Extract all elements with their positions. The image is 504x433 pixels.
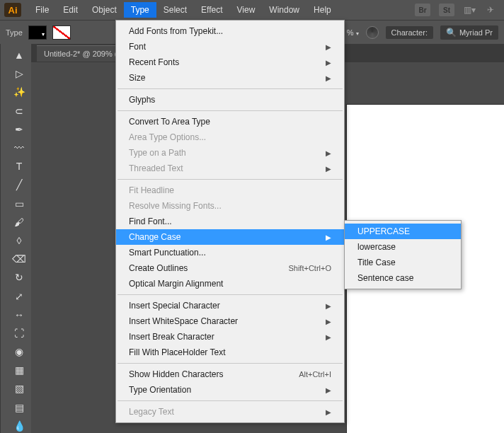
menu-item-shortcut: Shift+Ctrl+O: [288, 264, 331, 272]
menu-separator: [118, 88, 343, 89]
menu-separator: [118, 363, 343, 364]
menu-item-label: Fill With PlaceHolder Text: [129, 347, 226, 357]
bridge-icon[interactable]: Br: [415, 4, 430, 16]
menu-item-label: Legacy Text: [129, 407, 174, 417]
menu-item-size[interactable]: Size▶: [116, 70, 344, 86]
submenu-arrow-icon: ▶: [326, 333, 331, 341]
submenu-arrow-icon: ▶: [326, 408, 331, 416]
menu-item-label: Change Case: [129, 232, 181, 242]
menu-item-change-case[interactable]: Change Case▶: [116, 229, 344, 245]
menu-item-label: Add Fonts from Typekit...: [129, 26, 223, 36]
type-menu-dropdown: Add Fonts from Typekit...Font▶Recent Fon…: [115, 20, 345, 423]
menu-item-insert-whitespace-character[interactable]: Insert WhiteSpace Character▶: [116, 313, 344, 329]
menu-item-fit-headline: Fit Headline: [116, 183, 344, 198]
menu-item-recent-fonts[interactable]: Recent Fonts▶: [116, 54, 344, 70]
submenu-arrow-icon: ▶: [326, 318, 331, 325]
menu-item-font[interactable]: Font▶: [116, 39, 344, 54]
menu-item-label: Type Orientation: [129, 385, 191, 395]
menu-item-area-type-options: Area Type Options...: [116, 129, 344, 145]
submenu-item-title-case[interactable]: Title Case: [345, 255, 461, 270]
menu-item-convert-to-area-type[interactable]: Convert To Area Type: [116, 114, 344, 129]
menu-item-create-outlines[interactable]: Create OutlinesShift+Ctrl+O: [116, 260, 344, 276]
submenu-item-lowercase[interactable]: lowercase: [345, 239, 461, 255]
submenu-arrow-icon: ▶: [326, 43, 331, 51]
arrange-documents-icon[interactable]: ▥▾: [463, 4, 476, 16]
submenu-arrow-icon: ▶: [326, 386, 331, 394]
menu-effect[interactable]: Effect: [194, 2, 229, 18]
opacity-value[interactable]: % ▾: [347, 28, 359, 37]
menu-item-smart-punctuation[interactable]: Smart Punctuation...: [116, 245, 344, 260]
menu-item-label: Font: [129, 42, 146, 52]
app-logo: Ai: [4, 3, 21, 17]
menu-item-label: Insert WhiteSpace Character: [129, 316, 238, 326]
menu-help[interactable]: Help: [307, 2, 338, 18]
submenu-arrow-icon: ▶: [326, 74, 331, 82]
menu-item-label: Find Font...: [129, 216, 172, 226]
menubar-right: Br St ▥▾ ✈: [415, 4, 504, 16]
menu-item-add-fonts-from-typekit[interactable]: Add Fonts from Typekit...: [116, 23, 344, 39]
submenu-arrow-icon: ▶: [326, 302, 331, 310]
menu-item-optical-margin-alignment[interactable]: Optical Margin Alignment: [116, 276, 344, 291]
stroke-swatch[interactable]: [52, 25, 71, 40]
selection-tool[interactable]: ▲: [11, 48, 27, 62]
menu-separator: [118, 179, 343, 180]
submenu-item-sentence-case[interactable]: Sentence case: [345, 270, 461, 286]
menu-item-label: Recent Fonts: [129, 57, 179, 67]
menu-item-legacy-text: Legacy Text▶: [116, 404, 344, 420]
gpu-preview-icon[interactable]: ✈: [484, 4, 497, 16]
menu-item-label: Show Hidden Characters: [129, 369, 223, 379]
menu-item-label: Convert To Area Type: [129, 117, 210, 127]
menu-item-label: Create Outlines: [129, 263, 188, 273]
menu-item-label: Type on a Path: [129, 148, 186, 158]
menu-item-shortcut: Alt+Ctrl+I: [299, 370, 331, 379]
submenu-item-uppercase[interactable]: UPPERCASE: [345, 224, 461, 239]
menu-item-find-font[interactable]: Find Font...: [116, 214, 344, 229]
menu-separator: [118, 294, 343, 295]
menu-item-type-orientation[interactable]: Type Orientation▶: [116, 382, 344, 398]
menu-item-fill-with-placeholder-text[interactable]: Fill With PlaceHolder Text: [116, 345, 344, 360]
menu-item-label: Size: [129, 73, 145, 83]
menu-item-label: Resolve Missing Fonts...: [129, 201, 222, 211]
submenu-arrow-icon: ▶: [326, 233, 331, 241]
menu-item-label: Insert Special Character: [129, 301, 220, 311]
font-family-dropdown[interactable]: 🔍Myriad Pr: [440, 25, 498, 40]
menu-view[interactable]: View: [230, 2, 263, 18]
menu-edit[interactable]: Edit: [56, 2, 85, 18]
menu-item-label: Insert Break Character: [129, 332, 214, 342]
menubar: Ai FileEditObjectTypeSelectEffectViewWin…: [0, 0, 504, 20]
menu-item-glyphs[interactable]: Glyphs: [116, 92, 344, 108]
menu-separator: [118, 400, 343, 401]
submenu-arrow-icon: ▶: [326, 165, 331, 173]
options-bar-label: Type: [6, 28, 23, 37]
menu-item-insert-break-character[interactable]: Insert Break Character▶: [116, 329, 344, 345]
menu-item-label: Glyphs: [129, 95, 155, 105]
menu-item-show-hidden-characters[interactable]: Show Hidden CharactersAlt+Ctrl+I: [116, 366, 344, 382]
menu-object[interactable]: Object: [85, 2, 124, 18]
menu-item-label: Smart Punctuation...: [129, 248, 206, 258]
recolor-icon[interactable]: [366, 26, 379, 39]
menu-item-resolve-missing-fonts: Resolve Missing Fonts...: [116, 198, 344, 214]
menu-select[interactable]: Select: [156, 2, 194, 18]
change-case-submenu: UPPERCASElowercaseTitle CaseSentence cas…: [344, 220, 462, 289]
menu-item-label: Area Type Options...: [129, 132, 206, 142]
menu-window[interactable]: Window: [262, 2, 307, 18]
character-panel-button[interactable]: Character:: [386, 26, 433, 39]
submenu-arrow-icon: ▶: [326, 59, 331, 67]
fill-swatch[interactable]: ▾: [28, 25, 47, 40]
stock-icon[interactable]: St: [439, 4, 454, 16]
menu-item-label: Optical Margin Alignment: [129, 279, 223, 289]
menu-item-insert-special-character[interactable]: Insert Special Character▶: [116, 298, 344, 313]
menu-separator: [118, 110, 343, 111]
menu-item-label: Fit Headline: [129, 185, 174, 195]
menu-item-label: Threaded Text: [129, 163, 183, 173]
submenu-arrow-icon: ▶: [326, 149, 331, 157]
menu-item-type-on-a-path: Type on a Path▶: [116, 145, 344, 161]
menu-item-threaded-text: Threaded Text▶: [116, 161, 344, 176]
menu-type[interactable]: Type: [124, 2, 156, 18]
menu-file[interactable]: File: [28, 2, 56, 18]
